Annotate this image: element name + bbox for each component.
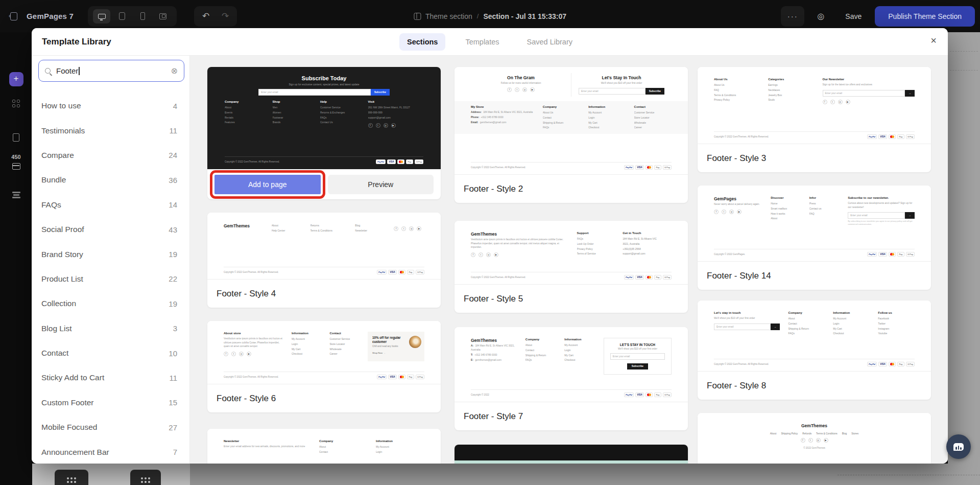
preview-link: How it works <box>771 212 801 217</box>
preview-link: Login <box>292 342 321 347</box>
dashboard-icon[interactable] <box>12 100 20 108</box>
sidebar-item-mobile-focused[interactable]: Mobile Focused27 <box>32 415 189 440</box>
preview-link: Brands <box>273 120 313 125</box>
promo-title: 10% off for regular customer <box>372 336 405 344</box>
card-actions: Add to pagePreview <box>207 169 441 199</box>
template-card[interactable]: About UsAbout UsFAQTerms & ConditionsPri… <box>698 67 931 172</box>
responsive-view-button[interactable] <box>154 9 172 24</box>
template-card-partial[interactable]: Subscribe TodaySign up for exclusive con… <box>207 67 441 199</box>
breadcrumb-theme-section[interactable]: Theme section <box>425 12 472 20</box>
preview-link: FAQ <box>714 88 760 93</box>
preview-link: My Account <box>292 337 321 342</box>
template-card[interactable]: Let's stay in touchWe'll shout you $10 o… <box>698 301 931 400</box>
preview-column: HelpCustomer ServiceReturns & ExchangesF… <box>320 100 360 128</box>
subscribe-button: Subscribe <box>627 363 648 369</box>
preview-bottom-bar: Copyright © 2022 GemThemes. All Rights R… <box>224 372 424 379</box>
save-button[interactable]: Save <box>837 6 870 27</box>
publish-theme-section-button[interactable]: Publish Theme Section <box>875 6 975 27</box>
sidebar-item-faqs[interactable]: FAQs14 <box>32 193 189 217</box>
undo-button[interactable]: ↶ <box>196 8 216 25</box>
template-card[interactable]: GemThemesVestibulum ante ipsum primis in… <box>455 221 688 313</box>
coffee-image <box>409 336 421 348</box>
tab-templates[interactable]: Templates <box>458 33 507 51</box>
preview-link: Checkout <box>833 331 870 336</box>
search-input[interactable]: Footer ⊗ <box>38 60 184 82</box>
preview-column: GemPagesNever worry about a parcel deliv… <box>714 196 762 226</box>
category-count: 15 <box>169 398 177 407</box>
template-card-partial[interactable]: NewsletterEnter your email address for n… <box>207 429 441 464</box>
mobile-view-button[interactable] <box>134 9 151 24</box>
preview-link: FAQ <box>809 212 840 217</box>
template-card[interactable]: GemThemesAboutHelp CenterReturnsTerms & … <box>207 213 441 308</box>
template-card-partial[interactable]: GemThemesAboutShipping PolicyRefundsTerm… <box>698 413 931 464</box>
preview-link: Contact <box>319 450 368 455</box>
contact-label: Phone: <box>471 116 479 119</box>
preview-bottom-bar: Copyright © 2022 GemThemes. All Rights R… <box>714 131 915 139</box>
preview-column: BlogNewsletter <box>355 223 386 234</box>
mobile-icon <box>140 12 145 20</box>
pages-icon[interactable] <box>13 133 19 142</box>
tablet-view-button[interactable] <box>113 9 131 24</box>
preview-contact-line: Email: gemthemes@gmail.com <box>471 121 535 125</box>
promo-subtitle: Chill and read any books <box>372 345 405 348</box>
template-card[interactable]: GemThemesA: 184 Main Rd E, St Albans VIC… <box>455 327 688 430</box>
clear-search-icon[interactable]: ⊗ <box>171 66 178 76</box>
desktop-view-button[interactable] <box>93 9 110 24</box>
redo-button[interactable]: ↷ <box>216 8 235 25</box>
sidebar-item-announcement-bar[interactable]: Announcement Bar7 <box>32 440 189 464</box>
preview-column-heading: Support <box>577 232 615 235</box>
exit-editor-icon[interactable] <box>10 12 17 20</box>
sidebar-item-blog-list[interactable]: Blog List3 <box>32 316 189 341</box>
preview-link: Men <box>273 105 313 110</box>
preview-link: Wholesale <box>634 121 672 126</box>
sidebar-item-brand-story[interactable]: Brand Story19 <box>32 242 189 266</box>
preview-split: On The GramFollow us for more useful inf… <box>471 73 672 97</box>
add-element-button[interactable]: + <box>9 72 23 86</box>
preview-bottom-bar: Copyright © 2022 GemThemes. All Rights R… <box>471 162 672 170</box>
preview-link: Terms & Conditions <box>310 228 347 234</box>
template-card[interactable]: GemPagesNever worry about a parcel deliv… <box>698 186 931 290</box>
sidebar-item-bundle[interactable]: Bundle36 <box>32 168 189 192</box>
template-title: Footer - Style 14 <box>707 271 771 281</box>
mastercard-orange-circle <box>649 394 651 396</box>
email-placeholder: Enter your email <box>610 353 665 360</box>
sidebar-item-sticky-add-to-cart[interactable]: Sticky Add to Cart11 <box>32 365 189 390</box>
template-card[interactable]: On The GramFollow us for more useful inf… <box>455 67 688 203</box>
tab-sections[interactable]: Sections <box>399 33 445 51</box>
card-footer: Footer - Style 2 <box>455 174 688 203</box>
preview-page-button[interactable]: ◎ <box>809 6 832 27</box>
preview-column-heading: About store <box>224 332 283 335</box>
sidebar-item-custom-footer[interactable]: Custom Footer15 <box>32 390 189 415</box>
preview-column: CompanyAbout UsContactShipping & ReturnF… <box>543 105 580 130</box>
preview-link: Shipping & Return <box>543 121 580 126</box>
gpay-icon: G Pay <box>416 270 424 274</box>
intercom-chat-button[interactable] <box>946 434 971 459</box>
preview-link: FAQs <box>543 125 580 130</box>
sidebar-item-contact[interactable]: Contact10 <box>32 341 189 365</box>
payment-icons: PayPalVISAPayG Pay <box>376 159 423 164</box>
sidebar-item-compare[interactable]: Compare24 <box>32 143 189 168</box>
card-footer: Footer - Style 14 <box>698 261 931 290</box>
preview-column: InformationMy AccountLoginMy CartCheckou… <box>833 311 870 336</box>
layers-icon[interactable] <box>12 192 20 199</box>
template-library-icon[interactable] <box>12 163 20 170</box>
preview-link: My Account <box>833 316 870 321</box>
category-label: Compare <box>41 151 74 160</box>
sidebar-item-product-list[interactable]: Product List22 <box>32 267 189 291</box>
sidebar-item-testimonials[interactable]: Testimonials11 <box>32 118 189 143</box>
preview-link: Facebook <box>878 316 915 321</box>
more-options-button[interactable]: ··· <box>781 6 804 27</box>
preview-button[interactable]: Preview <box>328 175 434 194</box>
preview-bottom-bar: Copyright © 2022PayPalVISAPayG Pay <box>471 389 672 397</box>
gpay-icon: G Pay <box>416 375 424 379</box>
copyright-text: © 2022 GemThemes <box>714 447 915 449</box>
sidebar-item-collection[interactable]: Collection19 <box>32 291 189 316</box>
sidebar-item-social-proof[interactable]: Social Proof43 <box>32 217 189 242</box>
add-to-page-button[interactable]: Add to page <box>214 175 321 194</box>
sidebar-item-how-to-use[interactable]: How to use4 <box>32 94 189 118</box>
template-card-partial[interactable] <box>455 445 688 464</box>
tab-saved-library[interactable]: Saved Library <box>519 33 580 51</box>
visa-icon: VISA <box>635 165 644 170</box>
template-card[interactable]: About storeVestibulum ante ipsum primis … <box>207 321 441 412</box>
close-icon[interactable]: × <box>930 35 937 47</box>
